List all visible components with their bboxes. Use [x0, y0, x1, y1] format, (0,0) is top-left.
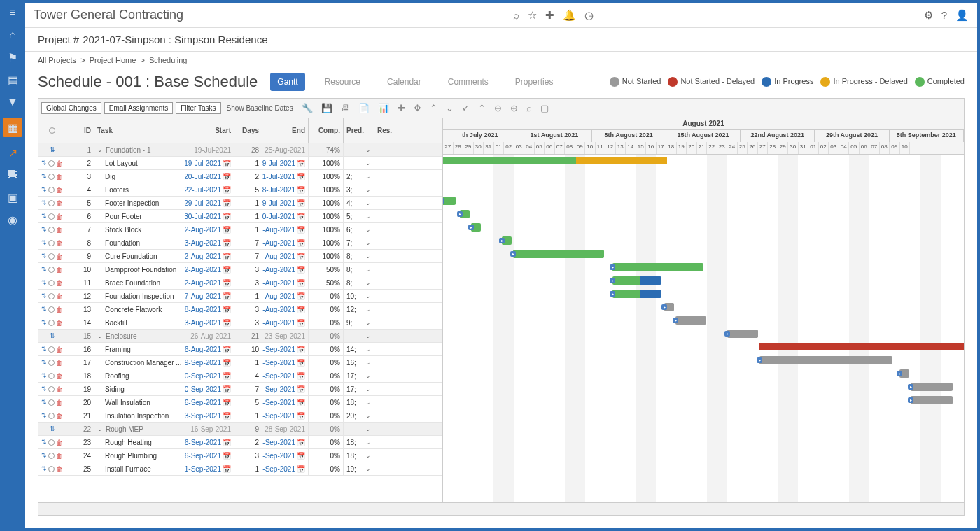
down-icon[interactable]: ⌄: [443, 103, 456, 113]
delete-icon[interactable]: 🗑: [56, 319, 63, 327]
chevron-down-icon[interactable]: ⌄: [365, 465, 371, 472]
home-icon[interactable]: ⌂: [6, 28, 20, 42]
calendar-icon[interactable]: 📅: [223, 346, 231, 353]
reorder-icon[interactable]: ⇅: [41, 319, 47, 326]
dashboard-icon[interactable]: ▣: [6, 190, 20, 204]
menu-icon[interactable]: ≡: [6, 6, 20, 20]
delete-icon[interactable]: 🗑: [56, 160, 63, 167]
reorder-icon[interactable]: ⇅: [41, 346, 47, 353]
reorder-icon[interactable]: ⇅: [41, 292, 47, 299]
reorder-icon[interactable]: ⇅: [41, 199, 47, 206]
filter-tasks-button[interactable]: Filter Tasks: [176, 102, 220, 114]
crumb-project-home[interactable]: Project Home: [90, 56, 136, 64]
table-row[interactable]: ⇅🗑10 Dampproof Foundation12-Aug-2021📅316…: [38, 263, 442, 276]
table-row[interactable]: ⇅🗑20 Wall Insulation16-Sep-2021📅522-Sep-…: [38, 396, 442, 409]
row-radio[interactable]: [48, 187, 55, 193]
table-row[interactable]: ⇅🗑17 Construction Manager ...09-Sep-2021…: [38, 356, 442, 369]
expand-icon[interactable]: ⌄: [97, 332, 103, 339]
calendar-icon[interactable]: 📅: [223, 359, 231, 367]
row-radio[interactable]: [48, 174, 55, 180]
calendar-icon[interactable]: 📅: [297, 412, 305, 420]
chevron-down-icon[interactable]: ⌄: [365, 346, 371, 353]
show-baseline-link[interactable]: Show Baseline Dates: [224, 104, 296, 112]
calendar-icon[interactable]: 📅: [297, 359, 305, 367]
chevron-down-icon[interactable]: ⌄: [365, 359, 371, 366]
filter-icon[interactable]: ▼: [6, 95, 20, 109]
chevron-down-icon[interactable]: ⌄: [365, 173, 371, 180]
reorder-icon[interactable]: ⇅: [41, 359, 47, 366]
delete-icon[interactable]: 🗑: [56, 412, 63, 420]
reorder-icon[interactable]: ⇅: [41, 279, 47, 286]
table-row[interactable]: ⇅🗑7 Stock Block02-Aug-2021📅102-Aug-2021📅…: [38, 223, 442, 236]
gantt-task-bar[interactable]: [612, 263, 704, 271]
calendar-icon[interactable]: 📅: [297, 186, 305, 194]
expand-icon[interactable]: ⌄: [97, 425, 103, 432]
calendar-icon[interactable]: 📅: [297, 226, 305, 234]
row-radio[interactable]: [48, 466, 55, 472]
save-icon[interactable]: 💾: [318, 103, 335, 113]
table-row[interactable]: ⇅🗑21 Insulation Inspection23-Sep-2021📅12…: [38, 409, 442, 423]
chevron-down-icon[interactable]: ⌄: [365, 266, 371, 273]
row-radio[interactable]: [48, 399, 55, 406]
row-radio[interactable]: [48, 227, 55, 233]
calendar-icon[interactable]: 📅: [297, 346, 305, 353]
calendar-icon[interactable]: 📅: [297, 279, 305, 287]
forms-icon[interactable]: ▤: [6, 73, 20, 87]
expand-icon[interactable]: ⌄: [97, 146, 103, 153]
table-row[interactable]: ⇅22⌄Rough MEP16-Sep-2021928-Sep-20210%⌄: [38, 423, 442, 436]
chevron-down-icon[interactable]: ⌄: [365, 292, 371, 299]
calendar-icon[interactable]: 📅: [223, 385, 231, 393]
up-icon[interactable]: ⌃: [427, 103, 440, 113]
collapse-icon[interactable]: ⌃: [475, 103, 489, 113]
table-row[interactable]: ⇅🗑9 Cure Foundation12-Aug-2021📅720-Aug-2…: [38, 250, 442, 263]
table-row[interactable]: ⇅15⌄Enclosure26-Aug-20212123-Sep-20210%⌄: [38, 330, 442, 343]
delete-icon[interactable]: 🗑: [56, 452, 63, 460]
table-row[interactable]: ⇅🗑25 Install Furnace21-Sep-2021📅121-Sep-…: [38, 462, 442, 476]
delete-icon[interactable]: 🗑: [56, 385, 63, 393]
delete-icon[interactable]: 🗑: [56, 439, 63, 446]
calendar-icon[interactable]: 📅: [297, 385, 305, 393]
zoom-out-icon[interactable]: ⊖: [491, 103, 505, 113]
reorder-icon[interactable]: ⇅: [41, 439, 47, 446]
schedule-icon[interactable]: ▦: [3, 118, 22, 137]
gantt-task-bar[interactable]: [760, 356, 892, 364]
row-radio[interactable]: [48, 213, 55, 220]
delete-icon[interactable]: 🗑: [56, 226, 63, 234]
reorder-icon[interactable]: ⇅: [41, 173, 47, 180]
calendar-icon[interactable]: 📅: [223, 239, 231, 247]
table-row[interactable]: ⇅🗑14 Backfill23-Aug-2021📅325-Aug-2021📅0%…: [38, 316, 442, 330]
reorder-icon[interactable]: ⇅: [41, 306, 47, 313]
horizontal-scrollbar[interactable]: [38, 502, 964, 515]
delete-icon[interactable]: 🗑: [56, 213, 63, 220]
calendar-icon[interactable]: 📅: [297, 306, 305, 313]
user-icon[interactable]: 👤: [955, 9, 969, 22]
chevron-down-icon[interactable]: ⌄: [365, 146, 371, 153]
delete-icon[interactable]: 🗑: [56, 399, 63, 406]
help-icon[interactable]: ?: [941, 9, 947, 22]
calendar-icon[interactable]: 📅: [223, 253, 231, 260]
row-radio[interactable]: [48, 293, 55, 299]
reorder-icon[interactable]: ⇅: [41, 253, 47, 260]
delete-icon[interactable]: 🗑: [56, 239, 63, 247]
calendar-icon[interactable]: 📅: [297, 465, 305, 473]
reorder-icon[interactable]: ⇅: [41, 239, 47, 246]
calendar-icon[interactable]: 📅: [297, 292, 305, 300]
calendar-icon[interactable]: 📅: [223, 465, 231, 473]
table-row[interactable]: ⇅🗑13 Concrete Flatwork18-Aug-2021📅320-Au…: [38, 303, 442, 316]
row-radio[interactable]: [48, 373, 55, 379]
search-icon[interactable]: ⌕: [513, 9, 519, 22]
reorder-icon[interactable]: ⇅: [41, 385, 47, 392]
calendar-icon[interactable]: 📅: [223, 226, 231, 234]
gantt-chart[interactable]: August 2021 th July 20211st August 20218…: [443, 118, 964, 502]
delete-icon[interactable]: 🗑: [56, 199, 63, 207]
calendar-icon[interactable]: 📅: [223, 186, 231, 194]
crumb-all-projects[interactable]: All Projects: [38, 56, 76, 64]
delete-icon[interactable]: 🗑: [56, 346, 63, 353]
row-radio[interactable]: [48, 253, 55, 260]
chevron-down-icon[interactable]: ⌄: [365, 319, 371, 326]
calendar-icon[interactable]: 📅: [223, 199, 231, 207]
row-radio[interactable]: [48, 439, 55, 446]
gantt-task-bar[interactable]: [513, 250, 604, 258]
table-row[interactable]: ⇅1⌄Foundation - 119-Jul-20212825-Aug-202…: [38, 143, 442, 157]
calendar-icon[interactable]: 📅: [297, 266, 305, 274]
